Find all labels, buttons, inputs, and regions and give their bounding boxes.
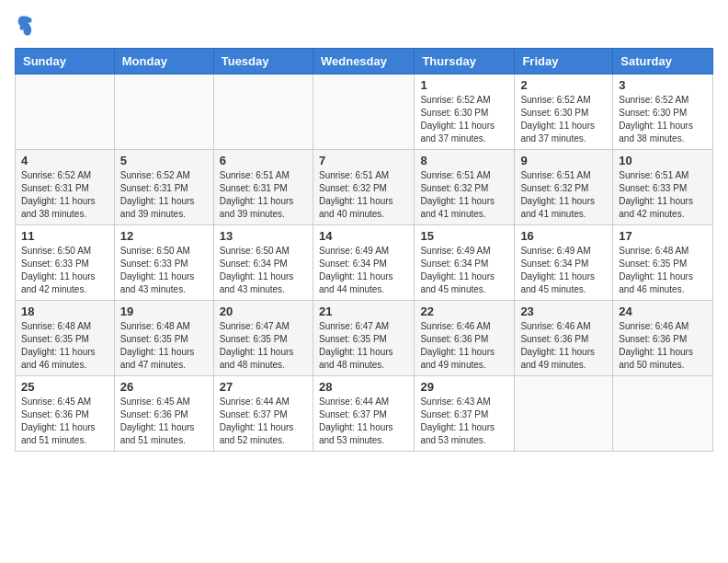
day-info: Sunrise: 6:47 AM Sunset: 6:35 PM Dayligh… [319, 320, 408, 372]
calendar-day-cell: 19Sunrise: 6:48 AM Sunset: 6:35 PM Dayli… [114, 301, 213, 376]
day-number: 4 [21, 154, 108, 167]
day-info: Sunrise: 6:46 AM Sunset: 6:36 PM Dayligh… [520, 320, 607, 372]
day-info: Sunrise: 6:52 AM Sunset: 6:30 PM Dayligh… [420, 94, 508, 145]
calendar-day-cell [16, 75, 115, 150]
calendar-week-row: 25Sunrise: 6:45 AM Sunset: 6:36 PM Dayli… [16, 376, 713, 452]
calendar-day-cell: 22Sunrise: 6:46 AM Sunset: 6:36 PM Dayli… [415, 301, 515, 376]
logo-bird-icon [17, 15, 35, 37]
day-of-week-header: Monday [114, 49, 213, 75]
calendar-day-cell: 27Sunrise: 6:44 AM Sunset: 6:37 PM Dayli… [213, 376, 313, 452]
day-number: 14 [319, 229, 408, 243]
calendar-day-cell: 4Sunrise: 6:52 AM Sunset: 6:31 PM Daylig… [16, 150, 115, 225]
logo [15, 15, 35, 37]
day-info: Sunrise: 6:45 AM Sunset: 6:36 PM Dayligh… [21, 396, 108, 447]
calendar-week-row: 11Sunrise: 6:50 AM Sunset: 6:33 PM Dayli… [16, 225, 713, 301]
day-info: Sunrise: 6:51 AM Sunset: 6:32 PM Dayligh… [420, 169, 508, 221]
day-number: 17 [619, 229, 707, 243]
calendar-header-row: SundayMondayTuesdayWednesdayThursdayFrid… [16, 49, 713, 75]
day-number: 27 [220, 380, 307, 394]
calendar-day-cell [515, 376, 613, 452]
day-info: Sunrise: 6:49 AM Sunset: 6:34 PM Dayligh… [420, 245, 508, 296]
day-info: Sunrise: 6:51 AM Sunset: 6:31 PM Dayligh… [220, 169, 307, 221]
calendar-day-cell: 20Sunrise: 6:47 AM Sunset: 6:35 PM Dayli… [213, 301, 313, 376]
day-number: 25 [21, 380, 108, 394]
calendar-day-cell: 2Sunrise: 6:52 AM Sunset: 6:30 PM Daylig… [515, 75, 613, 150]
day-number: 16 [520, 229, 607, 243]
calendar-week-row: 1Sunrise: 6:52 AM Sunset: 6:30 PM Daylig… [16, 75, 713, 150]
day-number: 15 [420, 229, 508, 243]
calendar-table: SundayMondayTuesdayWednesdayThursdayFrid… [15, 48, 713, 452]
calendar-day-cell: 21Sunrise: 6:47 AM Sunset: 6:35 PM Dayli… [313, 301, 414, 376]
calendar-day-cell: 1Sunrise: 6:52 AM Sunset: 6:30 PM Daylig… [415, 75, 515, 150]
day-number: 6 [220, 154, 307, 167]
day-number: 23 [520, 304, 607, 318]
day-number: 12 [120, 229, 208, 243]
day-of-week-header: Wednesday [313, 49, 414, 75]
calendar-day-cell: 10Sunrise: 6:51 AM Sunset: 6:33 PM Dayli… [613, 150, 713, 225]
calendar-day-cell: 29Sunrise: 6:43 AM Sunset: 6:37 PM Dayli… [415, 376, 515, 452]
calendar-day-cell: 9Sunrise: 6:51 AM Sunset: 6:32 PM Daylig… [515, 150, 613, 225]
day-info: Sunrise: 6:46 AM Sunset: 6:36 PM Dayligh… [619, 320, 707, 372]
day-number: 7 [319, 154, 408, 167]
day-info: Sunrise: 6:44 AM Sunset: 6:37 PM Dayligh… [319, 396, 408, 447]
day-info: Sunrise: 6:48 AM Sunset: 6:35 PM Dayligh… [21, 320, 108, 372]
day-number: 11 [21, 229, 108, 243]
day-info: Sunrise: 6:50 AM Sunset: 6:33 PM Dayligh… [21, 245, 108, 296]
day-number: 28 [319, 380, 408, 394]
day-of-week-header: Thursday [415, 49, 515, 75]
calendar-day-cell: 7Sunrise: 6:51 AM Sunset: 6:32 PM Daylig… [313, 150, 414, 225]
calendar-day-cell: 8Sunrise: 6:51 AM Sunset: 6:32 PM Daylig… [415, 150, 515, 225]
calendar-day-cell: 18Sunrise: 6:48 AM Sunset: 6:35 PM Dayli… [16, 301, 115, 376]
calendar-day-cell: 14Sunrise: 6:49 AM Sunset: 6:34 PM Dayli… [313, 225, 414, 301]
calendar-day-cell: 25Sunrise: 6:45 AM Sunset: 6:36 PM Dayli… [16, 376, 115, 452]
day-of-week-header: Sunday [16, 49, 115, 75]
calendar-day-cell: 13Sunrise: 6:50 AM Sunset: 6:34 PM Dayli… [213, 225, 313, 301]
day-info: Sunrise: 6:50 AM Sunset: 6:33 PM Dayligh… [120, 245, 208, 296]
calendar-day-cell: 24Sunrise: 6:46 AM Sunset: 6:36 PM Dayli… [613, 301, 713, 376]
day-number: 26 [120, 380, 208, 394]
day-number: 10 [619, 154, 707, 167]
day-number: 8 [420, 154, 508, 167]
day-info: Sunrise: 6:49 AM Sunset: 6:34 PM Dayligh… [319, 245, 408, 296]
day-info: Sunrise: 6:44 AM Sunset: 6:37 PM Dayligh… [220, 396, 307, 447]
calendar-day-cell [213, 75, 313, 150]
day-number: 21 [319, 304, 408, 318]
day-number: 18 [21, 304, 108, 318]
calendar-day-cell [613, 376, 713, 452]
day-info: Sunrise: 6:43 AM Sunset: 6:37 PM Dayligh… [420, 396, 508, 447]
day-number: 20 [220, 304, 307, 318]
day-of-week-header: Tuesday [213, 49, 313, 75]
day-info: Sunrise: 6:48 AM Sunset: 6:35 PM Dayligh… [120, 320, 208, 372]
day-info: Sunrise: 6:52 AM Sunset: 6:30 PM Dayligh… [520, 94, 607, 145]
day-info: Sunrise: 6:46 AM Sunset: 6:36 PM Dayligh… [420, 320, 508, 372]
day-info: Sunrise: 6:47 AM Sunset: 6:35 PM Dayligh… [220, 320, 307, 372]
day-info: Sunrise: 6:51 AM Sunset: 6:33 PM Dayligh… [619, 169, 707, 221]
calendar-day-cell: 11Sunrise: 6:50 AM Sunset: 6:33 PM Dayli… [16, 225, 115, 301]
calendar-week-row: 4Sunrise: 6:52 AM Sunset: 6:31 PM Daylig… [16, 150, 713, 225]
day-number: 29 [420, 380, 508, 394]
day-number: 1 [420, 78, 508, 92]
calendar-day-cell: 26Sunrise: 6:45 AM Sunset: 6:36 PM Dayli… [114, 376, 213, 452]
day-info: Sunrise: 6:48 AM Sunset: 6:35 PM Dayligh… [619, 245, 707, 296]
day-info: Sunrise: 6:51 AM Sunset: 6:32 PM Dayligh… [319, 169, 408, 221]
calendar-day-cell: 28Sunrise: 6:44 AM Sunset: 6:37 PM Dayli… [313, 376, 414, 452]
calendar-day-cell: 16Sunrise: 6:49 AM Sunset: 6:34 PM Dayli… [515, 225, 613, 301]
day-of-week-header: Saturday [613, 49, 713, 75]
day-info: Sunrise: 6:52 AM Sunset: 6:30 PM Dayligh… [619, 94, 707, 145]
calendar-day-cell: 17Sunrise: 6:48 AM Sunset: 6:35 PM Dayli… [613, 225, 713, 301]
day-of-week-header: Friday [515, 49, 613, 75]
calendar-day-cell: 23Sunrise: 6:46 AM Sunset: 6:36 PM Dayli… [515, 301, 613, 376]
calendar-day-cell [313, 75, 414, 150]
calendar-day-cell: 3Sunrise: 6:52 AM Sunset: 6:30 PM Daylig… [613, 75, 713, 150]
day-info: Sunrise: 6:51 AM Sunset: 6:32 PM Dayligh… [520, 169, 607, 221]
calendar-day-cell: 15Sunrise: 6:49 AM Sunset: 6:34 PM Dayli… [415, 225, 515, 301]
calendar-week-row: 18Sunrise: 6:48 AM Sunset: 6:35 PM Dayli… [16, 301, 713, 376]
day-info: Sunrise: 6:50 AM Sunset: 6:34 PM Dayligh… [220, 245, 307, 296]
day-number: 9 [520, 154, 607, 167]
day-info: Sunrise: 6:52 AM Sunset: 6:31 PM Dayligh… [120, 169, 208, 221]
page-header [15, 15, 713, 37]
day-number: 2 [520, 78, 607, 92]
day-info: Sunrise: 6:49 AM Sunset: 6:34 PM Dayligh… [520, 245, 607, 296]
day-number: 5 [120, 154, 208, 167]
day-number: 22 [420, 304, 508, 318]
